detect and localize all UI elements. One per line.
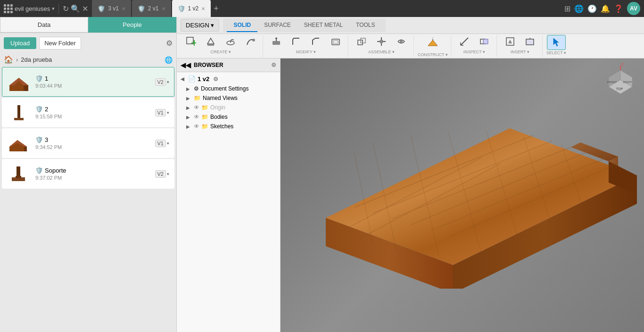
settings-wheel-icon[interactable]: ⚙ bbox=[213, 76, 218, 83]
fillet-btn[interactable] bbox=[287, 35, 305, 49]
version-chevron[interactable]: ▾ bbox=[167, 110, 169, 115]
view-cube[interactable]: TOP FRONT RIGHT Z bbox=[602, 63, 639, 101]
close-icon[interactable]: ✕ bbox=[82, 4, 88, 13]
construct-label[interactable]: CONSTRUCT ▾ bbox=[418, 52, 448, 57]
tree-item-bodies[interactable]: ▶ 👁 📁 Bodies bbox=[177, 112, 280, 122]
browser-title: BROWSER bbox=[194, 62, 223, 68]
svg-marker-2 bbox=[24, 85, 28, 91]
main-layout: Data People Upload New Folder ⚙ 🏠 › 2da … bbox=[0, 17, 644, 332]
select-btn[interactable] bbox=[547, 35, 566, 50]
inspect-label[interactable]: INSPECT ▾ bbox=[463, 50, 485, 54]
list-item[interactable]: 🛡️ Soporte 9:37:02 PM V2 ▾ bbox=[2, 159, 174, 189]
offset-plane-btn[interactable] bbox=[423, 35, 442, 52]
eye-visible-icon[interactable]: 👁 bbox=[194, 123, 199, 130]
breadcrumb-separator: › bbox=[16, 56, 18, 63]
motion-icon bbox=[396, 36, 406, 48]
expand-arrow-icon[interactable]: ▶ bbox=[186, 105, 192, 110]
tab-1v2-close[interactable]: ✕ bbox=[201, 6, 205, 11]
press-pull-btn[interactable] bbox=[267, 35, 286, 49]
tree-item-origin[interactable]: ▶ 👁 📁 Origin bbox=[177, 103, 280, 112]
version-chevron[interactable]: ▾ bbox=[167, 80, 169, 84]
workspace-chevron[interactable]: ▾ bbox=[52, 6, 55, 12]
create-label[interactable]: CREATE ▾ bbox=[210, 50, 231, 54]
interference-btn[interactable] bbox=[475, 35, 494, 49]
tab-2v1[interactable]: 🛡️ 2 v1 ✕ bbox=[132, 0, 171, 17]
expand-arrow-icon[interactable]: ▶ bbox=[186, 124, 192, 129]
insert-svg-btn[interactable] bbox=[501, 35, 520, 49]
tab-surface[interactable]: SURFACE bbox=[257, 19, 297, 32]
app-logo[interactable]: evil geniuses ▾ bbox=[4, 4, 55, 13]
motion-link-btn[interactable] bbox=[392, 35, 411, 49]
tab-sheet-metal[interactable]: SHEET METAL bbox=[297, 19, 349, 32]
shell-btn[interactable] bbox=[326, 35, 345, 49]
expand-arrow-icon[interactable]: ▶ bbox=[186, 86, 192, 91]
tree-item-sketches[interactable]: ▶ 👁 📁 Sketches bbox=[177, 122, 280, 131]
revolve-btn[interactable] bbox=[221, 35, 240, 49]
viewport-3d[interactable]: TOP FRONT RIGHT Z COMMENTS ⊕ ⋮ bbox=[281, 58, 644, 332]
joint-btn[interactable] bbox=[372, 35, 391, 49]
select-label[interactable]: SELECT ▾ bbox=[546, 50, 566, 55]
clock-icon[interactable]: 🕐 bbox=[587, 4, 597, 13]
tree-item-doc-settings[interactable]: ▶ ⚙ Document Settings bbox=[177, 84, 280, 93]
user-avatar[interactable]: AV bbox=[627, 2, 640, 15]
globe-icon[interactable]: 🌐 bbox=[574, 4, 584, 13]
collapse-icon[interactable]: ◀ bbox=[181, 76, 186, 82]
question-icon[interactable]: ❓ bbox=[614, 4, 623, 13]
browser-collapse-icon[interactable]: ◀◀ bbox=[181, 61, 191, 69]
version-chevron[interactable]: ▾ bbox=[167, 172, 169, 176]
new-folder-button[interactable]: New Folder bbox=[39, 37, 81, 50]
list-item[interactable]: 🛡️ 3 9:34:52 PM V1 ▾ bbox=[2, 128, 174, 158]
insert-canvas-btn[interactable] bbox=[520, 35, 539, 49]
measure-btn[interactable] bbox=[455, 35, 474, 49]
browser-settings-icon[interactable]: ⚙ bbox=[271, 62, 276, 68]
folder-icon: 📁 bbox=[201, 104, 208, 111]
eye-hidden-icon[interactable]: 👁 bbox=[194, 104, 199, 111]
tab-1v2[interactable]: 🛡️ 1 v2 ✕ bbox=[172, 0, 211, 17]
create-new-body-btn[interactable] bbox=[182, 35, 200, 49]
refresh-icon[interactable]: ↻ bbox=[63, 4, 69, 13]
search-icon[interactable]: 🔍 bbox=[71, 4, 80, 13]
version-badge[interactable]: V2 ▾ bbox=[155, 78, 169, 86]
insert-label[interactable]: INSERT ▾ bbox=[511, 50, 529, 54]
design-dropdown[interactable]: DESIGN ▾ bbox=[181, 19, 219, 32]
expand-arrow-icon[interactable]: ▶ bbox=[186, 115, 192, 120]
tab-data[interactable]: Data bbox=[0, 17, 88, 33]
viewport-canvas[interactable]: TOP FRONT RIGHT Z bbox=[281, 58, 644, 332]
3d-model-svg bbox=[281, 81, 644, 289]
tree-label-doc-settings: Document Settings bbox=[201, 85, 248, 92]
workspace-name[interactable]: evil geniuses bbox=[15, 5, 50, 12]
press-pull-icon bbox=[271, 36, 281, 48]
tab-3v1[interactable]: 🛡️ 3 v1 ✕ bbox=[92, 0, 131, 17]
list-item[interactable]: 🛡️ 2 9:15:58 PM V1 ▾ bbox=[2, 98, 174, 127]
top-bar: evil geniuses ▾ ↻ 🔍 ✕ 🛡️ 3 v1 ✕ 🛡️ 2 v1 … bbox=[0, 0, 644, 17]
tree-item-named-views[interactable]: ▶ 📁 Named Views bbox=[177, 93, 280, 103]
tab-people[interactable]: People bbox=[88, 17, 176, 33]
tab-tools[interactable]: TOOLS bbox=[349, 19, 381, 32]
bell-icon[interactable]: 🔔 bbox=[601, 4, 610, 13]
tab-2v1-close[interactable]: ✕ bbox=[162, 6, 165, 11]
new-component-btn[interactable] bbox=[352, 35, 371, 49]
version-badge[interactable]: V1 ▾ bbox=[155, 140, 169, 147]
eye-visible-icon[interactable]: 👁 bbox=[194, 114, 199, 120]
version-chevron[interactable]: ▾ bbox=[167, 141, 169, 146]
breadcrumb-home-icon[interactable]: 🏠 bbox=[4, 55, 13, 64]
version-badge[interactable]: V2 ▾ bbox=[155, 170, 169, 178]
modify-label[interactable]: MODIFY ▾ bbox=[296, 50, 316, 54]
tab-solid[interactable]: SOLID bbox=[227, 19, 257, 32]
extrude-btn[interactable] bbox=[201, 35, 220, 49]
sweep-btn[interactable] bbox=[241, 35, 260, 49]
expand-arrow-icon[interactable]: ▶ bbox=[186, 96, 192, 101]
tab-add-button[interactable]: + bbox=[214, 4, 219, 14]
tab-3v1-close[interactable]: ✕ bbox=[122, 6, 125, 11]
settings-icon[interactable]: ⚙ bbox=[166, 39, 173, 48]
right-panel: DESIGN ▾ SOLID SURFACE SHEET METAL TOOLS bbox=[177, 17, 644, 332]
upload-button[interactable]: Upload bbox=[4, 37, 36, 49]
tree-root[interactable]: ◀ 📄 1 v2 ⚙ bbox=[177, 74, 280, 84]
assemble-label[interactable]: ASSEMBLE ▾ bbox=[368, 50, 395, 54]
svg-point-28 bbox=[400, 40, 403, 43]
svg-rect-22 bbox=[361, 38, 365, 43]
version-badge[interactable]: V1 ▾ bbox=[155, 109, 169, 116]
nav-icon[interactable]: ⊞ bbox=[564, 4, 570, 13]
list-item[interactable]: 🛡️ 1 9:03:44 PM V2 ▾ bbox=[2, 67, 174, 97]
chamfer-btn[interactable] bbox=[306, 35, 325, 49]
